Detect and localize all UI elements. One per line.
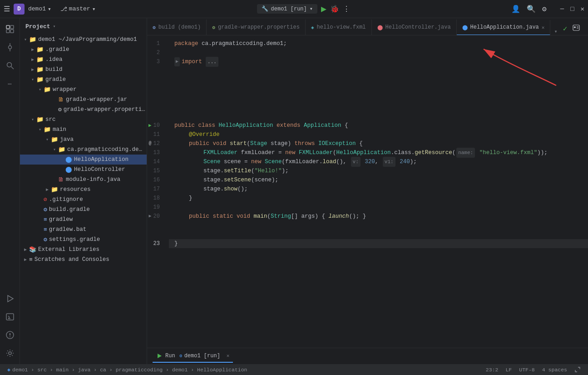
run-config-button[interactable]: 🔧 demo1 [run] ▾: [257, 4, 317, 14]
sidebar-item-settings-gradle[interactable]: ⚙ settings.gradle: [20, 235, 147, 245]
sidebar-item-ca-pkg[interactable]: ▾ 📁 ca.pragmaticcoding.de…: [20, 145, 147, 155]
code-line-7: [169, 94, 588, 103]
code-line-21: [169, 221, 588, 230]
svg-point-4: [8, 46, 11, 49]
sidebar-item-wrapper[interactable]: ▾ 📁 wrapper: [20, 85, 147, 95]
account-icon[interactable]: 👤: [511, 5, 520, 14]
code-editor[interactable]: package ca.pragmaticcoding.demo1; ▶ impo…: [169, 35, 588, 348]
sidebar-header: Project ▾: [20, 18, 147, 35]
svg-rect-10: [6, 314, 14, 320]
tab-hello-view[interactable]: ◈ hello-view.fxml: [306, 20, 372, 35]
title-bar-right: 👤 🔍 ⚙ ─ □ ✕: [511, 5, 584, 14]
code-line-22: [169, 230, 588, 239]
sidebar-item-scratches[interactable]: ▶ ≡ Scratches and Consoles: [20, 255, 147, 265]
code-line-11: @Override: [169, 130, 588, 139]
sidebar-item-gradle-wrapper-jar[interactable]: 🗎 gradle-wrapper.jar: [20, 95, 147, 105]
sidebar-item-gradle-wrapper-props[interactable]: ⚙ gradle-wrapper.properties: [20, 105, 147, 115]
activity-project-icon[interactable]: [2, 21, 18, 37]
editor-area: ⚙ build (demo1) ⚙ gradle-wrapper.propert…: [147, 18, 588, 364]
activity-more-icon[interactable]: ⋯: [2, 75, 18, 92]
svg-rect-18: [573, 25, 579, 30]
fold-icon[interactable]: ▶: [174, 57, 180, 66]
main-layout: ⋯ Project ▾ ▾ 📁 demo1 ~/JavaProgramming/…: [0, 18, 588, 364]
expand-arrow-icon: ▾: [29, 117, 36, 122]
status-encoding[interactable]: UTF-8: [515, 367, 539, 373]
sidebar-item-build[interactable]: ▶ 📁 build: [20, 65, 147, 75]
title-bar: ☰ D demo1 ▾ ⎇ master ▾ 🔧 demo1 [run] ▾ ▶…: [0, 0, 588, 18]
activity-terminal-icon[interactable]: [2, 309, 18, 325]
git-file-icon: ⊘: [44, 196, 47, 203]
run-tab[interactable]: Run ⚙ demo1 [run] ✕: [153, 350, 233, 363]
tab-close-icon[interactable]: ✕: [542, 25, 545, 30]
activity-problems-icon[interactable]: [2, 327, 18, 343]
status-indent[interactable]: 4 spaces: [539, 367, 571, 373]
activity-settings-icon[interactable]: [2, 345, 18, 361]
sidebar-item-gradle[interactable]: ▾ 📁 gradle: [20, 75, 147, 85]
status-breadcrumb[interactable]: ◈ demo1 › src › main › java › ca › pragm…: [4, 366, 251, 373]
sidebar-item-resources[interactable]: ▶ 📁 resources: [20, 185, 147, 195]
tab-build-gradle[interactable]: ⚙ build (demo1): [147, 20, 207, 35]
tab-hello-controller[interactable]: ⬤ HelloController.java: [372, 20, 457, 35]
sidebar-item-gradle-hidden[interactable]: ▶ 📁 .gradle: [20, 45, 147, 55]
code-line-9: [169, 112, 588, 121]
sidebar-item-gradlew[interactable]: ≡ gradlew: [20, 215, 147, 225]
svg-rect-0: [6, 25, 10, 29]
code-line-3: ▶ import...: [169, 57, 588, 66]
activity-search-icon[interactable]: [2, 57, 18, 74]
tab-gradle-wrapper-props[interactable]: ⚙ gradle-wrapper.properties: [207, 20, 306, 35]
status-expand-icon[interactable]: [571, 366, 584, 373]
java-file-icon: 🗎: [58, 176, 64, 183]
chevron-down-icon: ▾: [554, 28, 557, 35]
project-name-button[interactable]: demo1 ▾: [28, 5, 51, 13]
tab-hello-application[interactable]: ⬤ HelloApplication.java ✕: [457, 20, 551, 35]
run-tab-close-icon[interactable]: ✕: [227, 353, 230, 359]
status-position[interactable]: 23:2: [482, 367, 502, 373]
code-line-10: public class HelloApplication extends Ap…: [169, 121, 588, 130]
sidebar-item-idea[interactable]: ▶ 📁 .idea: [20, 55, 147, 65]
sidebar-item-hello-application[interactable]: ⬤ HelloApplication: [20, 155, 147, 165]
tabs-overflow-button[interactable]: ▾: [550, 28, 561, 35]
vcs-annotate-icon[interactable]: [571, 22, 582, 35]
folder-icon: 📁: [29, 36, 36, 43]
code-line-18: }: [169, 194, 588, 203]
activity-commit-icon[interactable]: [2, 39, 18, 55]
sidebar-item-demo1[interactable]: ▾ 📁 demo1 ~/JavaProgramming/demo1: [20, 35, 147, 45]
run-gutter-icon[interactable]: ▶: [148, 121, 152, 130]
project-root-icon: ◈: [7, 366, 10, 373]
minimize-button[interactable]: ─: [560, 5, 564, 13]
sidebar-item-module-info[interactable]: 🗎 module-info.java: [20, 175, 147, 185]
sidebar-item-external-libraries[interactable]: ▶ 📚 External Libraries: [20, 245, 147, 255]
code-line-5: [169, 75, 588, 85]
more-run-button[interactable]: ⋮: [343, 5, 350, 14]
sidebar-item-hello-controller[interactable]: ⬤ HelloController: [20, 165, 147, 175]
sidebar-item-gitignore[interactable]: ⊘ .gitignore: [20, 195, 147, 205]
branch-button[interactable]: ⎇ master ▾: [60, 5, 96, 13]
svg-rect-1: [10, 25, 14, 29]
tabs-list-icon[interactable]: ⋮: [583, 23, 588, 35]
editor-wrapper: 1 2 3 ▶ 10 11 ⊙ @ 12 13: [147, 35, 588, 348]
folder-icon: 📁: [51, 186, 58, 193]
code-line-8: [169, 103, 588, 112]
annotation-icon: @: [149, 139, 152, 148]
gradle-file-icon: ≡: [44, 216, 47, 223]
search-icon[interactable]: 🔍: [527, 5, 536, 14]
folder-icon: 📁: [36, 76, 44, 83]
close-button[interactable]: ✕: [581, 5, 584, 13]
sidebar-item-build-gradle[interactable]: ⚙ build.gradle: [20, 205, 147, 215]
sidebar-item-src[interactable]: ▾ 📁 src: [20, 115, 147, 125]
folder-icon: 📁: [44, 126, 51, 133]
hamburger-menu-icon[interactable]: ☰: [4, 5, 10, 14]
sidebar-item-gradlew-bat[interactable]: ≡ gradlew.bat: [20, 225, 147, 235]
expand-arrow-icon: ▶: [29, 67, 36, 72]
status-line-ending[interactable]: LF: [502, 367, 515, 373]
activity-run-icon[interactable]: [2, 290, 18, 307]
sidebar-item-main[interactable]: ▾ 📁 main: [20, 125, 147, 135]
maximize-button[interactable]: □: [570, 5, 574, 13]
run-button[interactable]: ▶: [321, 3, 326, 15]
sidebar-item-java[interactable]: ▾ 📁 java: [20, 135, 147, 145]
folder-icon: 📁: [36, 46, 44, 53]
expand-arrow-icon: ▾: [29, 77, 36, 82]
svg-line-11: [8, 316, 10, 317]
debug-button[interactable]: 🐞: [330, 5, 339, 14]
settings-icon[interactable]: ⚙: [542, 5, 547, 14]
